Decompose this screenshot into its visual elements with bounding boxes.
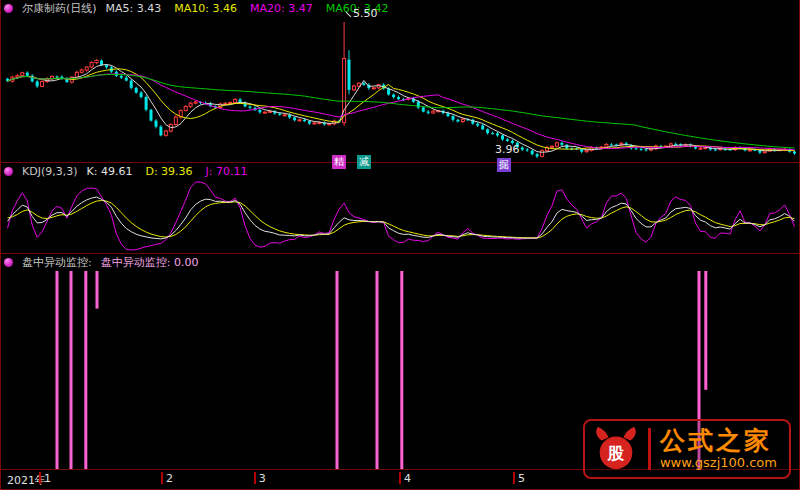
logo-divider: [648, 428, 651, 470]
ma-label-ma10: MA10: 3.46: [174, 2, 237, 15]
ma-label-ma5: MA5: 3.43: [106, 2, 162, 15]
main-chart-header: 尔康制药(日线) MA5: 3.43MA10: 3.46MA20: 3.47MA…: [4, 1, 797, 16]
panel2-collapse-icon[interactable]: [4, 167, 13, 176]
axis-tick-5: 5: [513, 472, 525, 485]
kdj-values: K: 49.61D: 39.36J: 70.11: [87, 165, 248, 178]
signal-marker-减: 减: [357, 155, 371, 169]
kdj-value-j: J: 70.11: [206, 165, 248, 178]
alert-header: 盘中异动监控: 盘中异动监控: 0.00: [4, 255, 797, 270]
panel1-collapse-icon[interactable]: [4, 4, 13, 13]
kdj-value-d: D: 39.36: [145, 165, 192, 178]
axis-tickmark: [39, 472, 41, 484]
axis-tickmark: [254, 472, 256, 484]
alert-title: 盘中异动监控:: [22, 255, 92, 270]
axis-tickmark: [399, 472, 401, 484]
ma-label-ma20: MA20: 3.47: [250, 2, 313, 15]
axis-tickmark: [513, 472, 515, 484]
bull-icon: 股: [593, 426, 639, 472]
panel-divider: [1, 253, 800, 254]
brand-char: 股: [607, 444, 625, 463]
signal-marker-精: 精: [332, 155, 346, 169]
panel-divider: [1, 162, 800, 163]
axis-tickmark: [161, 472, 163, 484]
candlestick-chart[interactable]: [1, 16, 800, 162]
brand-url: www.gszj100.com: [660, 455, 777, 470]
axis-tick-3: 3: [254, 472, 266, 485]
peak-price-annotation: 5.50: [345, 7, 378, 20]
gszj-logo[interactable]: 股 公式之家 www.gszj100.com: [583, 419, 791, 479]
kdj-title: KDJ(9,3,3): [22, 165, 78, 178]
kdj-chart[interactable]: [1, 179, 800, 253]
kdj-value-k: K: 49.61: [87, 165, 133, 178]
low-price-annotation: 3.96: [495, 143, 520, 156]
annotation-pointer: [346, 11, 352, 17]
alert-line-label: 盘中异动监控: 0.00: [101, 255, 199, 270]
axis-tick-2: 2: [161, 472, 173, 485]
axis-tick-4: 4: [399, 472, 411, 485]
axis-tick-1: 1: [39, 472, 51, 485]
signal-marker-掘: 掘: [497, 158, 511, 172]
panel3-collapse-icon[interactable]: [4, 258, 13, 267]
chart-window: 尔康制药(日线) MA5: 3.43MA10: 3.46MA20: 3.47MA…: [0, 0, 800, 490]
stock-title: 尔康制药(日线): [22, 1, 97, 16]
brand-name: 公式之家: [660, 428, 777, 454]
kdj-header: KDJ(9,3,3) K: 49.61D: 39.36J: 70.11: [4, 164, 797, 179]
